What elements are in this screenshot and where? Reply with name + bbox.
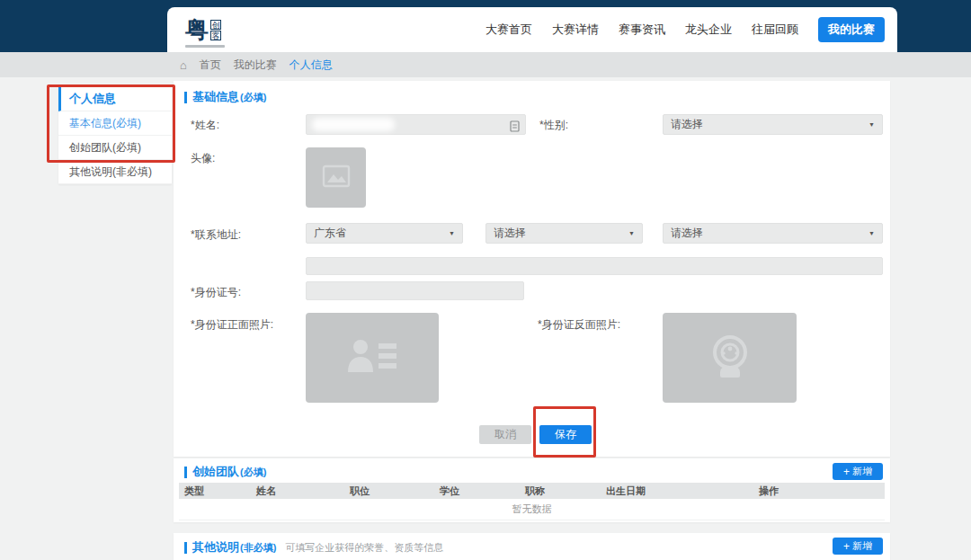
team-table-header: 类型 姓名 职位 学位 职称 出生日期 操作 [179, 483, 885, 499]
logo-word-bottom: 客 [210, 31, 221, 40]
team-empty-state: 暂无数据 [179, 499, 885, 520]
column-header-actions: 操作 [753, 484, 885, 498]
nav-item-enterprises[interactable]: 龙头企业 [685, 22, 732, 38]
district-select-value: 请选择 [671, 226, 703, 241]
gender-select-value: 请选择 [671, 117, 703, 132]
site-logo[interactable]: 粤 创 客 [185, 18, 221, 41]
other-notes-panel: 其他说明 (非必填) 可填写企业获得的荣誉、资质等信息 + 新增 [174, 533, 890, 560]
id-back-label: *身份证反面照片: [538, 317, 620, 333]
founding-team-title: 创始团队 [192, 464, 239, 480]
other-notes-required-tag: (非必填) [240, 541, 276, 555]
column-header-birthdate: 出生日期 [601, 484, 753, 498]
team-add-button[interactable]: + 新增 [833, 463, 883, 480]
sidebar-item-founding-team[interactable]: 创始团队(必填) [58, 136, 172, 160]
sidebar-item-other-notes[interactable]: 其他说明(非必填) [58, 160, 172, 184]
address-detail-input[interactable] [306, 257, 883, 275]
section-accent-bar [184, 542, 187, 554]
contact-card-icon[interactable] [510, 120, 520, 136]
logo-word-top: 创 [210, 20, 221, 30]
my-contest-button[interactable]: 我的比赛 [818, 17, 885, 42]
cancel-button[interactable]: 取消 [479, 425, 531, 444]
header-card: 粤 创 客 大赛首页 大赛详情 赛事资讯 龙头企业 往届回顾 我的比赛 [167, 7, 897, 52]
breadcrumb-personal-info: 个人信息 [290, 58, 333, 73]
other-notes-header: 其他说明 (非必填) 可填写企业获得的荣誉、资质等信息 [174, 533, 890, 559]
column-header-degree: 学位 [434, 484, 520, 498]
name-input[interactable] [306, 114, 526, 135]
logo-glyph: 粤 [185, 18, 209, 41]
plus-icon: + [843, 541, 850, 552]
column-header-name: 姓名 [251, 484, 344, 498]
city-select[interactable]: 请选择 ▼ [486, 223, 643, 244]
page: 粤 创 客 大赛首页 大赛详情 赛事资讯 龙头企业 往届回顾 我的比赛 ⌂ 首页… [0, 0, 971, 560]
column-header-title: 职称 [520, 484, 601, 498]
founding-team-header: 创始团队 (必填) [174, 458, 890, 483]
province-select-value: 广东省 [314, 226, 346, 241]
breadcrumb-bar: ⌂ 首页 我的比赛 个人信息 [0, 52, 971, 77]
nav-item-details[interactable]: 大赛详情 [552, 22, 599, 38]
chevron-down-icon: ▼ [628, 230, 635, 236]
logo-tagline [185, 45, 225, 48]
id-number-input[interactable] [306, 281, 524, 300]
top-bar: 粤 创 客 大赛首页 大赛详情 赛事资讯 龙头企业 往届回顾 我的比赛 [0, 0, 971, 52]
section-accent-bar [184, 467, 187, 478]
address-label: *联系地址: [191, 227, 241, 243]
id-front-label: *身份证正面照片: [191, 317, 273, 333]
save-button[interactable]: 保存 [539, 425, 592, 444]
breadcrumb: ⌂ 首页 我的比赛 个人信息 [180, 58, 333, 73]
id-back-upload-placeholder[interactable] [663, 313, 797, 403]
photo-icon [322, 164, 351, 191]
column-header-type: 类型 [179, 484, 251, 498]
district-select[interactable]: 请选择 ▼ [663, 223, 883, 244]
basic-info-title: 基础信息 [192, 89, 239, 105]
chevron-down-icon: ▼ [869, 230, 875, 236]
founding-team-required-tag: (必填) [240, 466, 266, 479]
chevron-down-icon: ▼ [869, 121, 875, 128]
home-icon: ⌂ [180, 58, 187, 72]
avatar-upload-placeholder[interactable] [306, 147, 366, 208]
redacted-name-value [312, 118, 395, 131]
gender-label: *性别: [539, 118, 568, 133]
sidebar-title-personal-info[interactable]: 个人信息 [58, 87, 172, 111]
chevron-down-icon: ▼ [449, 230, 455, 236]
gender-select[interactable]: 请选择 ▼ [663, 114, 883, 135]
other-notes-title: 其他说明 [192, 539, 239, 556]
sidebar-item-basic-info[interactable]: 基本信息(必填) [58, 111, 172, 136]
breadcrumb-home[interactable]: 首页 [200, 58, 221, 73]
basic-info-header: 基础信息 (必填) [174, 81, 890, 111]
national-emblem-icon [706, 333, 754, 383]
founding-team-panel: 创始团队 (必填) + 新增 类型 姓名 职位 学位 职称 出生日期 操作 暂无… [174, 458, 890, 522]
avatar-label: 头像: [191, 151, 215, 166]
basic-info-panel: 基础信息 (必填) *姓名: *性别: 请选择 ▼ 头像: *联系地址: 广东省… [174, 81, 890, 457]
id-number-label: *身份证号: [191, 285, 241, 300]
other-add-label: 新增 [852, 539, 872, 553]
plus-icon: + [843, 467, 850, 477]
nav-item-news[interactable]: 赛事资讯 [619, 22, 665, 38]
basic-info-required-tag: (必填) [240, 91, 266, 104]
id-front-upload-placeholder[interactable] [306, 313, 439, 403]
id-card-front-icon [344, 336, 400, 379]
province-select[interactable]: 广东省 ▼ [306, 223, 463, 244]
name-label: *姓名: [191, 118, 219, 133]
team-add-label: 新增 [852, 465, 872, 478]
city-select-value: 请选择 [494, 226, 526, 241]
nav-item-home[interactable]: 大赛首页 [486, 22, 532, 38]
logo-wordmark: 创 客 [210, 20, 221, 41]
breadcrumb-my-contest[interactable]: 我的比赛 [234, 58, 277, 73]
other-notes-hint: 可填写企业获得的荣誉、资质等信息 [285, 541, 443, 555]
column-header-position: 职位 [344, 484, 434, 498]
sidebar: 个人信息 基本信息(必填) 创始团队(必填) 其他说明(非必填) [58, 87, 172, 184]
other-add-button[interactable]: + 新增 [833, 538, 883, 555]
section-accent-bar [184, 92, 187, 103]
top-navigation: 大赛首页 大赛详情 赛事资讯 龙头企业 往届回顾 我的比赛 [486, 17, 885, 42]
nav-item-past[interactable]: 往届回顾 [752, 22, 798, 38]
